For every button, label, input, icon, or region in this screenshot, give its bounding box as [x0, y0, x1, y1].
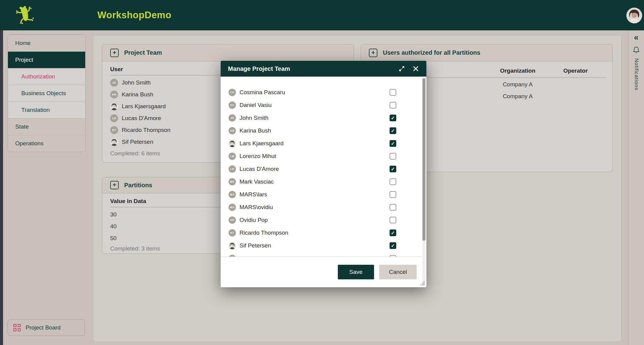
user-name: Daniel Vasiu [240, 102, 271, 109]
maximize-icon[interactable] [398, 65, 405, 72]
dialog-user-row: MV Mark Vasciac [221, 175, 417, 188]
user-checkbox[interactable] [390, 178, 396, 185]
user-checkbox[interactable] [390, 217, 396, 223]
user-name: Karina Bush [122, 91, 153, 98]
organization-column-header: Organization [495, 67, 541, 74]
partitions-title: Partitions [124, 182, 152, 189]
collapse-panel-icon[interactable]: « [634, 33, 639, 42]
scrollbar-thumb[interactable] [422, 78, 425, 241]
dialog-user-row: LD Lucas D'Amore [221, 163, 417, 175]
user-name: Lucas D'Amore [240, 166, 279, 172]
user-name: Karina Bush [240, 127, 271, 134]
user-checkbox[interactable] [390, 166, 396, 172]
left-edge-strip [0, 30, 3, 345]
dialog-user-row: CP Cosmina Pascaru [221, 86, 417, 99]
sidebar-item-label: Business Objects [8, 90, 66, 97]
user-avatar: LM [229, 153, 236, 160]
user-avatar: MV [229, 178, 236, 185]
frog-logo-icon [13, 3, 37, 27]
user-avatar: SP [229, 242, 236, 249]
user-avatar: LD [229, 165, 236, 173]
manage-project-team-dialog: Manage Project Team CP [221, 61, 426, 287]
expand-panel-icon[interactable]: + [110, 181, 119, 189]
dialog-user-row: KB Karina Bush [221, 124, 417, 137]
user-name: Lorenzo Mihut [240, 153, 276, 160]
user-avatar: LK [229, 140, 236, 147]
user-checkbox[interactable] [390, 153, 396, 160]
app-title: WorkshopDemo [97, 0, 171, 30]
dialog-user-row: LM Lorenzo Mihut [221, 150, 417, 163]
user-checkbox[interactable] [390, 140, 396, 147]
organization-cell: Company A [495, 93, 541, 100]
user-checkbox[interactable] [390, 242, 396, 249]
cancel-button[interactable]: Cancel [379, 265, 417, 279]
user-checkbox[interactable] [390, 115, 396, 121]
sidebar-item[interactable]: Home [8, 35, 85, 51]
user-name: Sif Petersen [122, 139, 153, 145]
dialog-user-row: LK Lars Kjaersgaard [221, 137, 417, 150]
notifications-label[interactable]: Notifications [633, 58, 639, 91]
dialog-user-row: DV Daniel Vasiu [221, 99, 417, 112]
sidebar-item[interactable]: Project [8, 51, 85, 68]
dialog-user-row: SP Sif Petersen [221, 239, 417, 252]
user-checkbox[interactable] [390, 89, 396, 96]
dialog-body: CP Cosmina Pascaru DV [221, 77, 426, 287]
user-name: Ovidiu Pop [240, 217, 268, 223]
user-avatar: MA [229, 191, 236, 198]
expand-panel-icon[interactable]: + [369, 49, 377, 57]
user-avatar: KB [110, 91, 118, 98]
sidebar-item-label: Authorization [8, 73, 55, 80]
project-board-label: Project Board [26, 324, 61, 331]
sidebar-item-label: Operations [8, 140, 44, 147]
users-authorized-panel-header: + Users authorized for all Partitions [361, 44, 612, 61]
dialog-user-row: MA MARS\ovidiu [221, 201, 417, 214]
user-name: Ricardo Thompson [122, 127, 170, 133]
user-name: MARS\lars [240, 191, 267, 198]
bell-icon[interactable] [632, 46, 640, 54]
board-grid-icon [13, 324, 21, 331]
user-avatar: LK [110, 102, 118, 110]
user-avatar: MA [229, 204, 236, 211]
dialog-header: Manage Project Team [221, 61, 426, 77]
user-name: Mark Vasciac [240, 178, 274, 185]
user-name: MARS\ovidiu [240, 204, 273, 211]
dialog-user-row: MA MARS\lars [221, 188, 417, 201]
save-button[interactable]: Save [338, 265, 374, 279]
sidebar-item[interactable]: Business Objects [8, 85, 85, 102]
app-header: WorkshopDemo [0, 0, 644, 30]
scrollbar-track[interactable] [422, 78, 425, 286]
user-name: Lucas D'Amore [122, 115, 161, 122]
profile-avatar[interactable] [626, 8, 642, 23]
close-icon[interactable] [412, 65, 419, 72]
notifications-rail: « Notifications [628, 30, 644, 345]
sidebar-item[interactable]: Authorization [8, 68, 85, 85]
user-checkbox[interactable] [390, 204, 396, 211]
user-avatar: OP [229, 216, 236, 224]
user-avatar: JS [229, 114, 236, 122]
project-board-button[interactable]: Project Board [8, 319, 85, 336]
user-name: John Smith [122, 79, 151, 86]
sidebar-item-label: Home [8, 40, 31, 47]
sidebar-item-label: State [8, 123, 29, 130]
user-checkbox[interactable] [390, 229, 396, 236]
workshop-demo-app: WorkshopDemo Home Project Authorization … [0, 0, 644, 345]
expand-panel-icon[interactable]: + [110, 49, 119, 57]
dialog-title: Manage Project Team [228, 65, 398, 72]
user-name: Lars Kjaersgaard [240, 140, 284, 147]
sidebar-nav: Home Project Authorization Business Obje… [8, 34, 86, 152]
user-name: Ricardo Thompson [240, 229, 288, 236]
sidebar-item-label: Translation [8, 107, 50, 113]
user-checkbox[interactable] [390, 191, 396, 198]
sidebar-item[interactable]: State [8, 118, 85, 135]
user-avatar: RT [110, 126, 118, 134]
resize-grip-icon[interactable] [420, 281, 425, 286]
user-avatar: SP [110, 138, 118, 146]
user-avatar: JS [110, 79, 118, 87]
dialog-user-row: JS John Smith [221, 112, 417, 124]
organization-cell: Company A [495, 81, 541, 88]
user-checkbox[interactable] [390, 127, 396, 134]
sidebar-item[interactable]: Operations [8, 135, 85, 152]
user-checkbox[interactable] [390, 102, 396, 109]
sidebar-item[interactable]: Translation [8, 102, 85, 118]
operator-column-header: Operator [556, 67, 595, 74]
